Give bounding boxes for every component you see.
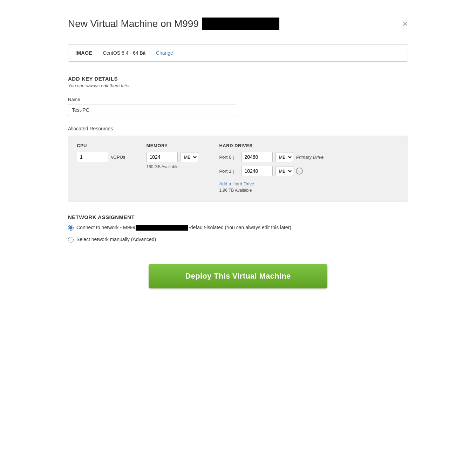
- dialog-title: New Virtual Machine on M999: [68, 18, 279, 30]
- title-redacted: [202, 18, 279, 30]
- memory-group: MEMORY MB GB 180 GB Available: [146, 143, 198, 169]
- memory-unit-select[interactable]: MB GB: [181, 152, 198, 162]
- port0-row: Port 0 | MB GB Primary Drive: [219, 152, 324, 162]
- drive-available: 1.96 TB Available: [219, 188, 324, 193]
- network-option1-suffix: -default-isolated (You can always edit t…: [189, 225, 291, 230]
- close-button[interactable]: ×: [402, 19, 408, 29]
- network-title: NETWORK ASSIGNMENT: [68, 214, 408, 220]
- hard-drives-group: HARD DRIVES Port 0 | MB GB Primary Drive…: [219, 143, 324, 193]
- network-radio1[interactable]: [68, 225, 74, 231]
- memory-title: MEMORY: [146, 143, 198, 148]
- image-value: CentOS 6.4 - 64 Bit: [103, 50, 145, 56]
- allocated-resources-section: Allocated Resources CPU vCPUs MEMORY MB …: [68, 126, 408, 202]
- deploy-button[interactable]: Deploy This Virtual Machine: [149, 264, 327, 288]
- name-field-label: Name: [68, 97, 408, 102]
- port1-input[interactable]: [241, 166, 273, 176]
- dialog: New Virtual Machine on M999 × IMAGE Cent…: [54, 7, 422, 428]
- port0-input[interactable]: [241, 152, 273, 162]
- change-image-link[interactable]: Change: [156, 50, 173, 56]
- network-label1[interactable]: Connect to network - M999-default-isolat…: [76, 224, 291, 231]
- key-details-subtitle: You can always edit them later: [68, 83, 408, 88]
- deploy-section: Deploy This Virtual Machine: [68, 264, 408, 288]
- network-section: NETWORK ASSIGNMENT Connect to network - …: [68, 214, 408, 243]
- memory-row: MB GB: [146, 152, 198, 162]
- key-details-title: ADD KEY DETAILS: [68, 76, 408, 82]
- image-label: IMAGE: [75, 50, 92, 56]
- network-label2[interactable]: Select network manually (Advanced): [76, 236, 156, 243]
- network-option1: Connect to network - M999-default-isolat…: [68, 224, 408, 231]
- dialog-header: New Virtual Machine on M999 ×: [68, 18, 408, 30]
- key-details-section: ADD KEY DETAILS You can always edit them…: [68, 76, 408, 116]
- memory-input[interactable]: [146, 152, 178, 162]
- port1-label: Port 1 |: [219, 169, 238, 174]
- image-section: IMAGE CentOS 6.4 - 64 Bit Change: [68, 44, 408, 62]
- port1-row: Port 1 | MB GB: [219, 166, 324, 176]
- network-option2: Select network manually (Advanced): [68, 236, 408, 243]
- memory-available: 180 GB Available: [146, 164, 198, 169]
- cpu-group: CPU vCPUs: [77, 143, 125, 162]
- remove-icon: [296, 168, 303, 175]
- cpu-input[interactable]: [77, 152, 108, 162]
- cpu-row: vCPUs: [77, 152, 125, 162]
- title-text: New Virtual Machine on M999: [68, 18, 199, 29]
- network-option1-prefix: Connect to network - M999: [76, 225, 135, 230]
- network-radio2[interactable]: [68, 237, 74, 243]
- network-redacted: [136, 225, 188, 231]
- name-input[interactable]: [68, 104, 236, 116]
- cpu-title: CPU: [77, 143, 125, 148]
- remove-port1-button[interactable]: [296, 168, 303, 175]
- add-hard-drive-link[interactable]: Add a Hard Drive: [219, 181, 324, 186]
- port0-primary-tag: Primary Drive: [296, 155, 324, 160]
- hard-drives-title: HARD DRIVES: [219, 143, 324, 148]
- port0-label: Port 0 |: [219, 155, 238, 160]
- resources-box: CPU vCPUs MEMORY MB GB 180 GB Available: [68, 136, 408, 202]
- allocated-label: Allocated Resources: [68, 126, 408, 131]
- cpu-unit: vCPUs: [111, 155, 125, 160]
- port0-unit-select[interactable]: MB GB: [276, 152, 293, 162]
- port1-unit-select[interactable]: MB GB: [276, 166, 293, 176]
